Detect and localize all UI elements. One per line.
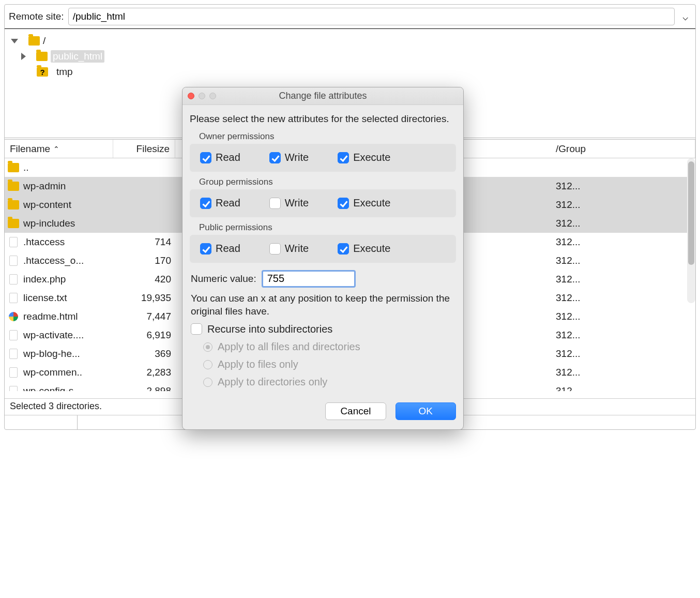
ownergroup-cell: 312... (551, 218, 695, 229)
checkbox-icon (269, 152, 281, 163)
tree-label: / (43, 35, 45, 47)
recurse-label: Recurse into subdirectories (207, 323, 332, 335)
numeric-value-label: Numeric value: (191, 273, 256, 285)
filename-cell: wp-activate.... (19, 330, 113, 341)
folder-icon (28, 36, 40, 46)
ok-button[interactable]: OK (395, 402, 456, 420)
radio-apply-all: Apply to all files and directories (203, 338, 456, 356)
remote-path-input[interactable] (68, 8, 675, 25)
window-controls (188, 93, 216, 99)
scrollbar-thumb[interactable] (688, 161, 694, 265)
header-ownergroup[interactable]: /Group (551, 140, 695, 158)
checkbox-label: Read (216, 197, 240, 209)
numeric-value-input[interactable] (262, 270, 356, 288)
close-window-button[interactable] (188, 93, 194, 99)
folder-icon (8, 182, 19, 191)
filename-cell: .htaccess (19, 236, 113, 248)
file-icon (9, 293, 18, 303)
filename-cell: wp-includes (19, 218, 113, 229)
radio-icon (203, 360, 212, 369)
checkbox-icon (200, 152, 211, 163)
checkbox-icon (338, 243, 349, 255)
checkbox-label: Write (285, 197, 309, 209)
ownergroup-cell: 312... (551, 274, 695, 285)
owner-read-checkbox[interactable]: Read (200, 152, 240, 163)
recurse-checkbox[interactable] (191, 323, 202, 335)
checkbox-label: Execute (353, 243, 390, 255)
checkbox-label: Write (285, 152, 309, 163)
tree-item-tmp[interactable]: ? tmp (37, 64, 689, 80)
remote-path-dropdown[interactable]: ⌵ (679, 11, 691, 23)
filesize-cell: 2 898 (113, 385, 175, 391)
filesize-cell: 170 (113, 255, 175, 266)
tree-item-public-html[interactable]: public_html (21, 49, 689, 64)
chevron-down-icon[interactable] (11, 39, 18, 43)
ownergroup-cell: 312... (551, 367, 695, 378)
file-icon (9, 349, 18, 359)
html-icon (9, 312, 18, 321)
zoom-window-button[interactable] (209, 93, 216, 99)
radio-apply-dirs: Apply to directories only (203, 373, 456, 391)
file-icon (9, 256, 18, 266)
checkbox-label: Execute (353, 197, 390, 209)
ownergroup-cell: 312... (551, 236, 695, 248)
group-execute-checkbox[interactable]: Execute (338, 197, 390, 209)
filesize-cell: 7,447 (113, 311, 175, 322)
ownergroup-cell: 312 (551, 385, 695, 391)
checkbox-icon (338, 152, 349, 163)
filename-cell: readme.html (19, 311, 113, 322)
filename-cell: wp-blog-he... (19, 348, 113, 360)
header-filesize[interactable]: Filesize (113, 140, 175, 158)
checkbox-label: Read (216, 152, 240, 163)
vertical-scrollbar[interactable] (687, 158, 695, 303)
dialog-title: Change file attributes (182, 91, 463, 101)
filename-cell: index.php (19, 274, 113, 285)
checkbox-icon (269, 198, 281, 209)
filename-cell: wp-config-s (19, 385, 113, 391)
checkbox-icon (338, 198, 349, 209)
folder-icon (8, 200, 19, 210)
checkbox-icon (200, 198, 211, 209)
filename-cell: .. (19, 162, 113, 173)
owner-execute-checkbox[interactable]: Execute (338, 152, 390, 163)
folder-icon (36, 52, 48, 61)
public-execute-checkbox[interactable]: Execute (338, 243, 390, 255)
tree-root[interactable]: / (11, 33, 689, 49)
tree-label: public_html (51, 50, 104, 63)
change-attributes-dialog: Change file attributes Please select the… (182, 87, 464, 430)
folder-unknown-icon: ? (37, 67, 48, 77)
public-read-checkbox[interactable]: Read (200, 243, 240, 255)
file-icon (9, 330, 18, 340)
filesize-cell: 369 (113, 348, 175, 360)
public-permissions-label: Public permissions (199, 222, 456, 233)
filesize-cell: 19,935 (113, 292, 175, 304)
filename-cell: wp-admin (19, 181, 113, 192)
folder-icon (8, 219, 19, 228)
recurse-checkbox-row[interactable]: Recurse into subdirectories (191, 323, 456, 335)
radio-apply-files: Apply to files only (203, 356, 456, 373)
ownergroup-cell: 312... (551, 181, 695, 192)
owner-write-checkbox[interactable]: Write (269, 152, 309, 163)
dialog-titlebar[interactable]: Change file attributes (182, 87, 463, 105)
ownergroup-cell: 312... (551, 292, 695, 304)
remote-site-label: Remote site: (9, 11, 64, 22)
cancel-button[interactable]: Cancel (325, 402, 386, 420)
filesize-cell: 2,283 (113, 367, 175, 378)
group-permissions-row: ReadWriteExecute (190, 189, 456, 217)
checkbox-icon (269, 243, 281, 255)
radio-icon (203, 342, 212, 352)
chevron-right-icon[interactable] (21, 53, 26, 60)
filename-cell: .htaccess_o... (19, 255, 113, 266)
file-icon (9, 367, 18, 378)
ownergroup-cell: 312... (551, 348, 695, 360)
filename-cell: wp-content (19, 199, 113, 211)
folder-icon (8, 163, 19, 172)
header-filename[interactable]: Filename ⌃ (5, 140, 113, 158)
minimize-window-button[interactable] (199, 93, 205, 99)
ownergroup-cell: 312... (551, 311, 695, 322)
group-write-checkbox[interactable]: Write (269, 197, 309, 209)
public-write-checkbox[interactable]: Write (269, 243, 309, 255)
group-read-checkbox[interactable]: Read (200, 197, 240, 209)
file-icon (9, 274, 18, 285)
owner-permissions-row: ReadWriteExecute (190, 144, 456, 172)
